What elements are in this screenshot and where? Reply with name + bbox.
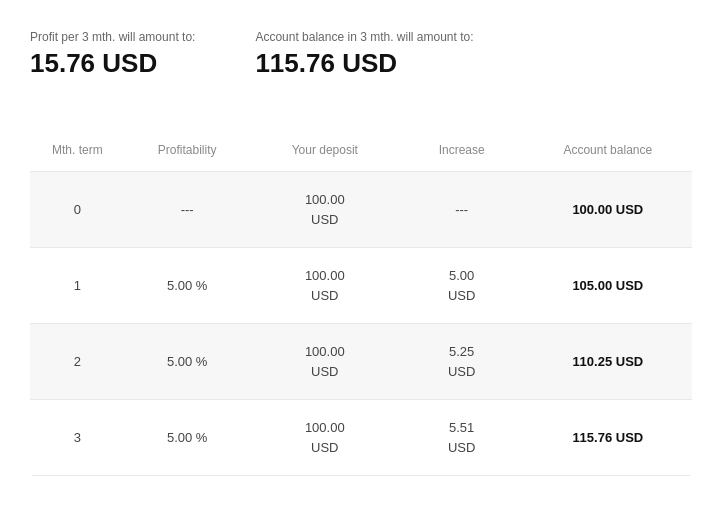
- col-header-mth: Mth. term: [30, 129, 125, 172]
- cell-balance: 100.00 USD: [524, 172, 692, 248]
- cell-deposit: 100.00USD: [250, 172, 400, 248]
- cell-balance: 105.00 USD: [524, 248, 692, 324]
- profitability-table: Mth. term Profitability Your deposit Inc…: [30, 129, 692, 476]
- profit-value: 15.76 USD: [30, 48, 195, 79]
- summary-section: Profit per 3 mth. will amount to: 15.76 …: [30, 20, 692, 99]
- cell-mth: 3: [30, 400, 125, 476]
- table-header-row: Mth. term Profitability Your deposit Inc…: [30, 129, 692, 172]
- cell-mth: 1: [30, 248, 125, 324]
- cell-balance: 115.76 USD: [524, 400, 692, 476]
- col-header-balance: Account balance: [524, 129, 692, 172]
- cell-deposit: 100.00USD: [250, 400, 400, 476]
- cell-increase: 5.00USD: [400, 248, 524, 324]
- cell-balance: 110.25 USD: [524, 324, 692, 400]
- cell-increase: ---: [400, 172, 524, 248]
- cell-deposit: 100.00USD: [250, 324, 400, 400]
- profit-summary: Profit per 3 mth. will amount to: 15.76 …: [30, 30, 195, 79]
- balance-label: Account balance in 3 mth. will amount to…: [255, 30, 473, 44]
- data-table-container: Mth. term Profitability Your deposit Inc…: [30, 129, 692, 476]
- cell-profitability: 5.00 %: [125, 400, 250, 476]
- table-row: 1 5.00 % 100.00USD 5.00USD 105.00 USD: [30, 248, 692, 324]
- col-header-deposit: Your deposit: [250, 129, 400, 172]
- table-row: 0 --- 100.00USD --- 100.00 USD: [30, 172, 692, 248]
- col-header-increase: Increase: [400, 129, 524, 172]
- balance-summary: Account balance in 3 mth. will amount to…: [255, 30, 473, 79]
- cell-deposit: 100.00USD: [250, 248, 400, 324]
- cell-mth: 0: [30, 172, 125, 248]
- cell-increase: 5.25USD: [400, 324, 524, 400]
- cell-profitability: 5.00 %: [125, 324, 250, 400]
- cell-profitability: 5.00 %: [125, 248, 250, 324]
- table-row: 3 5.00 % 100.00USD 5.51USD 115.76 USD: [30, 400, 692, 476]
- cell-profitability: ---: [125, 172, 250, 248]
- balance-value: 115.76 USD: [255, 48, 473, 79]
- table-row: 2 5.00 % 100.00USD 5.25USD 110.25 USD: [30, 324, 692, 400]
- cell-mth: 2: [30, 324, 125, 400]
- col-header-profitability: Profitability: [125, 129, 250, 172]
- cell-increase: 5.51USD: [400, 400, 524, 476]
- profit-label: Profit per 3 mth. will amount to:: [30, 30, 195, 44]
